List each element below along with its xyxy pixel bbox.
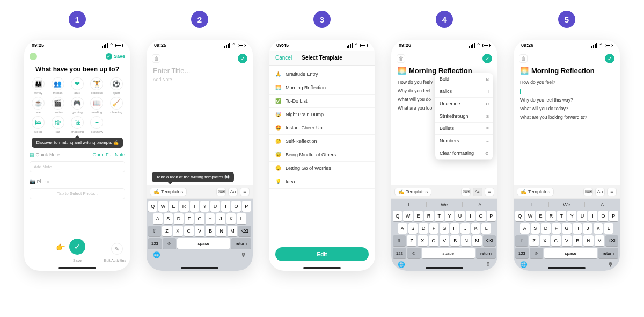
key-return[interactable]: return bbox=[476, 248, 496, 258]
key-H[interactable]: H bbox=[450, 223, 460, 234]
keyboard-icon[interactable]: ⌨ bbox=[583, 188, 593, 196]
activity-exercise[interactable]: 🏋exercise bbox=[87, 77, 106, 95]
key-C[interactable]: C bbox=[551, 235, 561, 246]
key-Q[interactable]: Q bbox=[148, 201, 157, 212]
format-option-bold[interactable]: BoldB bbox=[435, 73, 493, 85]
key-K[interactable]: K bbox=[226, 213, 236, 224]
key-123[interactable]: 123 bbox=[148, 238, 162, 249]
key-A[interactable]: A bbox=[398, 223, 407, 234]
key-V[interactable]: V bbox=[195, 226, 204, 236]
mic-icon[interactable]: 🎙 bbox=[240, 251, 246, 258]
suggestion[interactable]: I bbox=[391, 202, 427, 207]
key-shift[interactable]: ⇧ bbox=[148, 226, 161, 236]
templates-button[interactable]: ✍️ Templates bbox=[394, 188, 431, 196]
key-V[interactable]: V bbox=[562, 235, 572, 246]
activity-edit/new[interactable]: +edit/new bbox=[87, 116, 106, 133]
key-O[interactable]: O bbox=[598, 211, 608, 221]
key-W[interactable]: W bbox=[403, 211, 412, 221]
template-row[interactable]: ✅To-Do List bbox=[269, 95, 375, 108]
note-title[interactable]: 🌅Morning Reflection bbox=[514, 67, 620, 75]
edit-activities-button[interactable]: ✎ bbox=[111, 243, 123, 255]
save-fab[interactable]: ✓ bbox=[69, 239, 85, 255]
key-U[interactable]: U bbox=[210, 201, 219, 212]
key-B[interactable]: B bbox=[450, 235, 460, 246]
activity-movies[interactable]: 🎬movies bbox=[48, 97, 67, 114]
activity-date[interactable]: ❤date bbox=[68, 77, 87, 95]
activity-family[interactable]: 👪family bbox=[28, 77, 48, 95]
done-button[interactable]: ✓ bbox=[482, 54, 492, 63]
key-C[interactable]: C bbox=[429, 235, 438, 246]
key-backspace[interactable]: ⌫ bbox=[483, 235, 496, 246]
delete-button[interactable]: 🗑 bbox=[519, 54, 528, 63]
key-L[interactable]: L bbox=[604, 223, 613, 234]
keyboard[interactable]: IWeA QWERTYUIOP ASDFGHJKL ⇧ZXCVBNM⌫ 123 … bbox=[391, 199, 497, 271]
key-N[interactable]: N bbox=[216, 226, 226, 236]
key-shift[interactable]: ⇧ bbox=[393, 235, 406, 246]
key-G[interactable]: G bbox=[440, 223, 449, 234]
key-D[interactable]: D bbox=[541, 223, 551, 234]
key-C[interactable]: C bbox=[184, 226, 194, 236]
template-row[interactable]: 😌Letting Go of Worries bbox=[269, 162, 375, 175]
delete-button[interactable]: 🗑 bbox=[397, 54, 405, 63]
activity-gaming[interactable]: 🎮gaming bbox=[68, 97, 87, 114]
template-row[interactable]: 🙏Gratitude Entry bbox=[269, 68, 375, 81]
key-E[interactable]: E bbox=[414, 211, 423, 221]
key-T[interactable]: T bbox=[435, 211, 444, 221]
globe-icon[interactable]: 🌐 bbox=[153, 251, 160, 258]
key-emoji[interactable]: ☺ bbox=[407, 248, 421, 258]
format-option-strikethrough[interactable]: StrikethroughS bbox=[435, 110, 493, 123]
key-O[interactable]: O bbox=[476, 211, 485, 221]
format-option-italics[interactable]: ItalicsI bbox=[435, 85, 493, 98]
key-B[interactable]: B bbox=[573, 235, 582, 246]
key-W[interactable]: W bbox=[525, 211, 535, 221]
key-F[interactable]: F bbox=[552, 223, 561, 234]
text-format-icon[interactable]: Aa bbox=[228, 188, 238, 196]
key-space[interactable]: space bbox=[177, 238, 230, 249]
key-space[interactable]: space bbox=[422, 248, 475, 258]
format-option-underline[interactable]: UnderlineU bbox=[435, 98, 493, 110]
key-M[interactable]: M bbox=[228, 226, 237, 236]
open-full-note-link[interactable]: Open Full Note bbox=[92, 152, 125, 157]
key-P[interactable]: P bbox=[242, 201, 251, 212]
key-S[interactable]: S bbox=[408, 223, 418, 234]
key-R[interactable]: R bbox=[179, 201, 188, 212]
key-Y[interactable]: Y bbox=[567, 211, 576, 221]
key-B[interactable]: B bbox=[206, 226, 215, 236]
suggestion[interactable]: We bbox=[427, 202, 462, 207]
key-P[interactable]: P bbox=[609, 211, 618, 221]
mic-icon[interactable]: 🎙 bbox=[608, 261, 613, 268]
activity-shopping[interactable]: 🛍shopping bbox=[68, 116, 87, 133]
template-row[interactable]: 🤯Night Brain Dump bbox=[269, 108, 375, 121]
key-E[interactable]: E bbox=[169, 201, 178, 212]
suggestion[interactable]: I bbox=[514, 202, 549, 207]
list-icon[interactable]: ≡ bbox=[485, 188, 494, 196]
key-X[interactable]: X bbox=[540, 235, 550, 246]
key-J[interactable]: J bbox=[583, 223, 592, 234]
suggestion[interactable]: A bbox=[585, 202, 620, 207]
key-X[interactable]: X bbox=[418, 235, 427, 246]
photo-select[interactable]: Tap to Select Photo... bbox=[30, 188, 125, 199]
key-T[interactable]: T bbox=[557, 211, 566, 221]
key-return[interactable]: return bbox=[598, 248, 618, 258]
format-option-numbers[interactable]: Numbers≡ bbox=[435, 135, 493, 147]
key-return[interactable]: return bbox=[231, 238, 251, 249]
prompt-line[interactable]: Why do you feel this way? bbox=[514, 96, 620, 104]
key-H[interactable]: H bbox=[206, 213, 215, 224]
keyboard-icon[interactable]: ⌨ bbox=[461, 188, 471, 196]
text-format-icon[interactable]: Aa bbox=[473, 188, 482, 196]
templates-button[interactable]: ✍️ Templates bbox=[150, 188, 187, 196]
activity-relax[interactable]: ☕relax bbox=[28, 97, 48, 114]
globe-icon[interactable]: 🌐 bbox=[520, 261, 528, 268]
key-I[interactable]: I bbox=[588, 211, 597, 221]
key-space[interactable]: space bbox=[544, 248, 597, 258]
format-option-bullets[interactable]: Bullets≡ bbox=[435, 123, 493, 135]
key-I[interactable]: I bbox=[221, 201, 230, 212]
key-A[interactable]: A bbox=[153, 213, 163, 224]
key-N[interactable]: N bbox=[461, 235, 471, 246]
key-F[interactable]: F bbox=[185, 213, 194, 224]
key-V[interactable]: V bbox=[440, 235, 449, 246]
key-R[interactable]: R bbox=[424, 211, 433, 221]
key-M[interactable]: M bbox=[472, 235, 482, 246]
key-Q[interactable]: Q bbox=[393, 211, 402, 221]
template-row[interactable]: 😇Being Mindful of Others bbox=[269, 148, 375, 162]
